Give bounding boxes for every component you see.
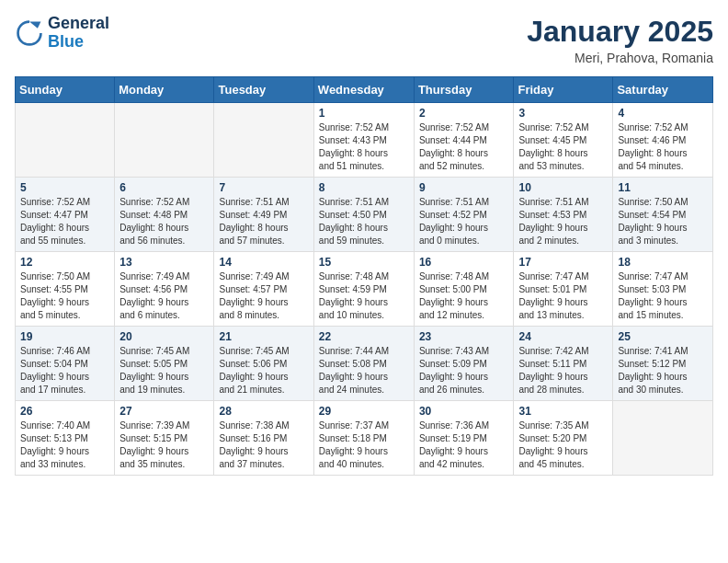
day-info: Sunrise: 7:51 AM Sunset: 4:53 PM Dayligh…	[518, 196, 608, 247]
day-info: Sunrise: 7:48 AM Sunset: 5:00 PM Dayligh…	[419, 270, 509, 322]
day-info: Sunrise: 7:45 AM Sunset: 5:06 PM Dayligh…	[219, 345, 308, 396]
calendar-cell	[613, 401, 713, 476]
calendar-cell: 28Sunrise: 7:38 AM Sunset: 5:16 PM Dayli…	[214, 401, 313, 476]
calendar-week-row-2: 5Sunrise: 7:52 AM Sunset: 4:47 PM Daylig…	[16, 178, 713, 252]
calendar-cell: 21Sunrise: 7:45 AM Sunset: 5:06 PM Dayli…	[214, 327, 313, 401]
calendar-cell: 14Sunrise: 7:49 AM Sunset: 4:57 PM Dayli…	[214, 252, 313, 327]
weekday-header-thursday: Thursday	[414, 77, 514, 103]
day-info: Sunrise: 7:44 AM Sunset: 5:08 PM Dayligh…	[319, 345, 409, 396]
day-number: 12	[20, 256, 109, 269]
calendar-cell: 2Sunrise: 7:52 AM Sunset: 4:44 PM Daylig…	[414, 103, 514, 178]
calendar-cell	[16, 103, 115, 178]
calendar-cell: 27Sunrise: 7:39 AM Sunset: 5:15 PM Dayli…	[115, 401, 214, 476]
calendar-cell	[214, 103, 313, 178]
day-info: Sunrise: 7:52 AM Sunset: 4:46 PM Dayligh…	[618, 121, 708, 173]
calendar-cell: 23Sunrise: 7:43 AM Sunset: 5:09 PM Dayli…	[414, 327, 514, 401]
day-info: Sunrise: 7:52 AM Sunset: 4:43 PM Dayligh…	[319, 121, 409, 173]
day-number: 14	[219, 256, 308, 269]
calendar-cell: 12Sunrise: 7:50 AM Sunset: 4:55 PM Dayli…	[16, 252, 115, 327]
day-info: Sunrise: 7:43 AM Sunset: 5:09 PM Dayligh…	[419, 345, 509, 396]
calendar-week-row-3: 12Sunrise: 7:50 AM Sunset: 4:55 PM Dayli…	[16, 252, 713, 327]
day-info: Sunrise: 7:37 AM Sunset: 5:18 PM Dayligh…	[319, 419, 409, 471]
day-info: Sunrise: 7:51 AM Sunset: 4:50 PM Dayligh…	[319, 196, 409, 247]
day-number: 6	[119, 181, 209, 194]
day-number: 19	[20, 330, 109, 343]
calendar-cell: 26Sunrise: 7:40 AM Sunset: 5:13 PM Dayli…	[16, 401, 115, 476]
day-info: Sunrise: 7:36 AM Sunset: 5:19 PM Dayligh…	[419, 419, 509, 471]
day-info: Sunrise: 7:35 AM Sunset: 5:20 PM Dayligh…	[518, 419, 608, 471]
calendar-cell: 10Sunrise: 7:51 AM Sunset: 4:53 PM Dayli…	[514, 178, 613, 252]
weekday-header-monday: Monday	[115, 77, 214, 103]
weekday-header-tuesday: Tuesday	[214, 77, 313, 103]
day-info: Sunrise: 7:48 AM Sunset: 4:59 PM Dayligh…	[319, 270, 409, 322]
day-number: 15	[319, 256, 409, 269]
day-number: 2	[419, 107, 509, 120]
calendar-cell: 6Sunrise: 7:52 AM Sunset: 4:48 PM Daylig…	[115, 178, 214, 252]
day-number: 27	[119, 405, 209, 418]
day-info: Sunrise: 7:52 AM Sunset: 4:44 PM Dayligh…	[419, 121, 509, 173]
calendar-cell: 20Sunrise: 7:45 AM Sunset: 5:05 PM Dayli…	[115, 327, 214, 401]
day-number: 28	[219, 405, 308, 418]
calendar-cell: 29Sunrise: 7:37 AM Sunset: 5:18 PM Dayli…	[313, 401, 414, 476]
day-number: 25	[618, 330, 708, 343]
day-info: Sunrise: 7:52 AM Sunset: 4:47 PM Dayligh…	[20, 196, 109, 247]
day-info: Sunrise: 7:51 AM Sunset: 4:52 PM Dayligh…	[419, 196, 509, 247]
logo: General Blue	[15, 15, 109, 52]
day-info: Sunrise: 7:49 AM Sunset: 4:56 PM Dayligh…	[119, 270, 209, 322]
calendar-cell: 16Sunrise: 7:48 AM Sunset: 5:00 PM Dayli…	[414, 252, 514, 327]
day-number: 5	[20, 181, 109, 194]
calendar-cell: 3Sunrise: 7:52 AM Sunset: 4:45 PM Daylig…	[514, 103, 613, 178]
day-number: 18	[618, 256, 708, 269]
day-number: 21	[219, 330, 308, 343]
day-info: Sunrise: 7:41 AM Sunset: 5:12 PM Dayligh…	[618, 345, 708, 396]
day-info: Sunrise: 7:42 AM Sunset: 5:11 PM Dayligh…	[518, 345, 608, 396]
calendar-table: SundayMondayTuesdayWednesdayThursdayFrid…	[15, 76, 713, 476]
calendar-cell: 11Sunrise: 7:50 AM Sunset: 4:54 PM Dayli…	[613, 178, 713, 252]
weekday-header-wednesday: Wednesday	[313, 77, 414, 103]
logo-icon	[15, 18, 44, 48]
page-header: General Blue January 2025 Meri, Prahova,…	[15, 15, 713, 65]
calendar-cell: 22Sunrise: 7:44 AM Sunset: 5:08 PM Dayli…	[313, 327, 414, 401]
day-number: 1	[319, 107, 409, 120]
calendar-cell: 19Sunrise: 7:46 AM Sunset: 5:04 PM Dayli…	[16, 327, 115, 401]
day-number: 10	[518, 181, 608, 194]
day-info: Sunrise: 7:46 AM Sunset: 5:04 PM Dayligh…	[20, 345, 109, 396]
day-number: 13	[119, 256, 209, 269]
day-number: 3	[518, 107, 608, 120]
month-title: January 2025	[527, 15, 713, 49]
day-number: 16	[419, 256, 509, 269]
calendar-cell: 7Sunrise: 7:51 AM Sunset: 4:49 PM Daylig…	[214, 178, 313, 252]
day-info: Sunrise: 7:50 AM Sunset: 4:54 PM Dayligh…	[618, 196, 708, 247]
calendar-week-row-1: 1Sunrise: 7:52 AM Sunset: 4:43 PM Daylig…	[16, 103, 713, 178]
weekday-header-sunday: Sunday	[16, 77, 115, 103]
day-number: 30	[419, 405, 509, 418]
weekday-header-saturday: Saturday	[613, 77, 713, 103]
calendar-cell: 30Sunrise: 7:36 AM Sunset: 5:19 PM Dayli…	[414, 401, 514, 476]
calendar-cell: 24Sunrise: 7:42 AM Sunset: 5:11 PM Dayli…	[514, 327, 613, 401]
calendar-cell: 25Sunrise: 7:41 AM Sunset: 5:12 PM Dayli…	[613, 327, 713, 401]
calendar-week-row-5: 26Sunrise: 7:40 AM Sunset: 5:13 PM Dayli…	[16, 401, 713, 476]
calendar-cell	[115, 103, 214, 178]
calendar-week-row-4: 19Sunrise: 7:46 AM Sunset: 5:04 PM Dayli…	[16, 327, 713, 401]
day-number: 20	[119, 330, 209, 343]
day-info: Sunrise: 7:49 AM Sunset: 4:57 PM Dayligh…	[219, 270, 308, 322]
calendar-cell: 9Sunrise: 7:51 AM Sunset: 4:52 PM Daylig…	[414, 178, 514, 252]
calendar-cell: 17Sunrise: 7:47 AM Sunset: 5:01 PM Dayli…	[514, 252, 613, 327]
day-info: Sunrise: 7:52 AM Sunset: 4:48 PM Dayligh…	[119, 196, 209, 247]
calendar-cell: 15Sunrise: 7:48 AM Sunset: 4:59 PM Dayli…	[313, 252, 414, 327]
day-number: 29	[319, 405, 409, 418]
title-block: January 2025 Meri, Prahova, Romania	[527, 15, 713, 65]
day-info: Sunrise: 7:40 AM Sunset: 5:13 PM Dayligh…	[20, 419, 109, 471]
calendar-cell: 18Sunrise: 7:47 AM Sunset: 5:03 PM Dayli…	[613, 252, 713, 327]
calendar-cell: 4Sunrise: 7:52 AM Sunset: 4:46 PM Daylig…	[613, 103, 713, 178]
day-number: 24	[518, 330, 608, 343]
day-number: 31	[518, 405, 608, 418]
calendar-cell: 1Sunrise: 7:52 AM Sunset: 4:43 PM Daylig…	[313, 103, 414, 178]
day-number: 8	[319, 181, 409, 194]
calendar-cell: 13Sunrise: 7:49 AM Sunset: 4:56 PM Dayli…	[115, 252, 214, 327]
day-number: 17	[518, 256, 608, 269]
day-number: 7	[219, 181, 308, 194]
day-info: Sunrise: 7:47 AM Sunset: 5:01 PM Dayligh…	[518, 270, 608, 322]
day-info: Sunrise: 7:50 AM Sunset: 4:55 PM Dayligh…	[20, 270, 109, 322]
day-info: Sunrise: 7:47 AM Sunset: 5:03 PM Dayligh…	[618, 270, 708, 322]
